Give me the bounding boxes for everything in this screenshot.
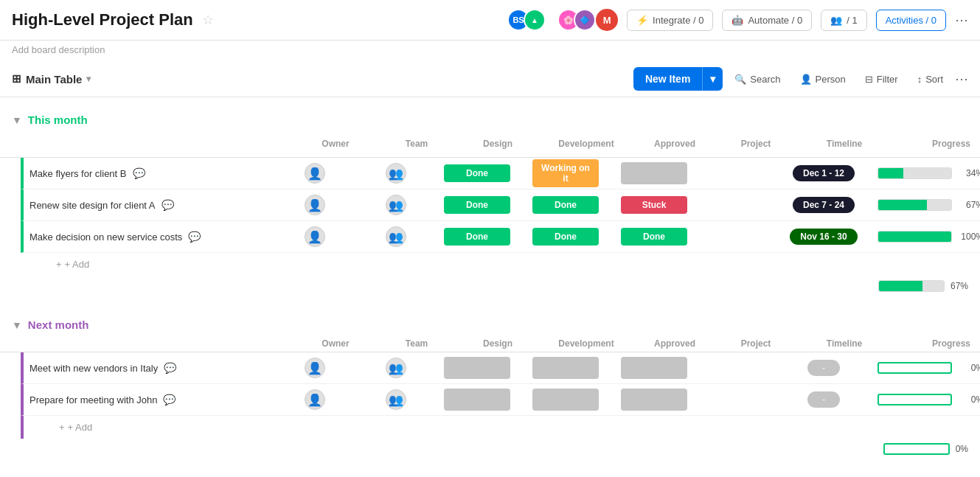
development-empty xyxy=(532,389,599,411)
filter-button[interactable]: ⊟ Filter xyxy=(858,69,906,89)
design-cell[interactable] xyxy=(437,352,518,383)
comment-icon[interactable]: 💬 xyxy=(161,199,174,211)
team-avatar[interactable]: 👥 xyxy=(386,195,406,215)
add-row-next-month[interactable]: + + Add xyxy=(21,416,980,439)
new-item-dropdown-icon[interactable]: ▾ xyxy=(702,67,723,91)
automate-label: Automate / 0 xyxy=(748,15,802,26)
approved-status: Done xyxy=(621,228,687,246)
activities-label: Activities / 0 xyxy=(886,15,936,26)
group-title-this-month: This month xyxy=(28,114,88,126)
team-avatar[interactable]: 👥 xyxy=(386,358,406,378)
progress-fill xyxy=(878,231,951,242)
development-cell[interactable]: Done xyxy=(518,221,614,252)
team-avatar[interactable]: 👥 xyxy=(386,389,406,410)
automate-button[interactable]: 🤖 Automate / 0 xyxy=(722,10,812,31)
main-table-button[interactable]: ⊞ Main Table ▾ xyxy=(12,72,91,86)
top-header: High-Level Project Plan ☆ BS ▲ 🌸 🔷 M ⚡ I… xyxy=(0,0,980,41)
development-cell[interactable] xyxy=(518,384,614,415)
approved-empty xyxy=(621,357,687,379)
row-name-text: Renew site design for client A xyxy=(29,200,156,211)
group-this-month-header: ▼ This month xyxy=(0,109,980,130)
owner-cell: 👤 xyxy=(274,352,355,383)
project-cell xyxy=(695,352,776,383)
col-progress-header: Progress xyxy=(892,139,980,149)
toolbar-more-icon[interactable]: ⋯ xyxy=(955,71,968,87)
row-name-text: Make flyers for client B xyxy=(29,168,127,179)
owner-avatar[interactable]: 👤 xyxy=(305,389,325,410)
col-project-header-2: Project xyxy=(715,338,796,349)
row-name: Make flyers for client B 💬 xyxy=(24,167,274,179)
more-options-icon[interactable]: ⋯ xyxy=(955,12,968,28)
add-label: + Add xyxy=(65,259,90,270)
design-cell[interactable]: Done xyxy=(437,189,518,220)
integrate-icon: ⚡ xyxy=(636,15,648,26)
row-name: Meet with new vendors in Italy 💬 xyxy=(24,362,274,374)
owner-avatar[interactable]: 👤 xyxy=(305,226,325,247)
approved-cell[interactable]: Stuck xyxy=(614,189,695,220)
search-icon: 🔍 xyxy=(734,74,746,85)
sort-icon: ↕ xyxy=(917,74,922,85)
col-development-header-2: Development xyxy=(538,338,634,349)
design-cell[interactable]: Done xyxy=(437,158,518,189)
comment-icon[interactable]: 💬 xyxy=(188,231,201,243)
progress-fill xyxy=(878,168,903,178)
group-toggle-next-month[interactable]: ▼ xyxy=(12,319,22,331)
group-toggle-this-month[interactable]: ▼ xyxy=(12,114,22,126)
approved-status: Stuck xyxy=(621,196,687,214)
progress-bar xyxy=(878,167,952,179)
person-button[interactable]: 👤 Person xyxy=(793,69,853,89)
progress-fill xyxy=(878,200,927,210)
chevron-down-icon: ▾ xyxy=(86,74,91,84)
design-status: Done xyxy=(444,196,510,214)
approved-cell[interactable] xyxy=(614,352,695,383)
activities-button[interactable]: Activities / 0 xyxy=(876,10,946,31)
progress-pct: 67% xyxy=(958,200,980,210)
members-button[interactable]: 👥 / 1 xyxy=(821,10,866,31)
development-cell[interactable]: Working on it xyxy=(518,158,614,189)
development-cell[interactable]: Done xyxy=(518,189,614,220)
table-row: Prepare for meeting with John 💬 👤 👥 - xyxy=(21,384,980,416)
comment-icon[interactable]: 💬 xyxy=(164,362,176,374)
group-next-month-header: ▼ Next month xyxy=(0,314,980,335)
design-cell[interactable] xyxy=(437,384,518,415)
progress-cell: 34% xyxy=(872,158,980,189)
owner-avatar[interactable]: 👤 xyxy=(305,195,325,215)
col-owner-header-2: Owner xyxy=(295,338,376,349)
sub-header: Add board description xyxy=(0,41,980,61)
row-name-text: Make decision on new service costs xyxy=(29,231,182,243)
toolbar: ⊞ Main Table ▾ New Item ▾ 🔍 Search 👤 Per… xyxy=(0,61,980,97)
new-item-button[interactable]: New Item ▾ xyxy=(633,67,723,91)
approved-cell[interactable] xyxy=(614,384,695,415)
table-row: Renew site design for client A 💬 👤 👥 Don… xyxy=(21,189,980,221)
col-timeline-header: Timeline xyxy=(796,139,892,149)
search-button[interactable]: 🔍 Search xyxy=(727,69,788,89)
col-design-header: Design xyxy=(457,139,538,149)
owner-avatar[interactable]: 👤 xyxy=(305,163,325,184)
col-development-header: Development xyxy=(538,139,634,149)
row-name-text: Meet with new vendors in Italy xyxy=(29,363,158,374)
board-description[interactable]: Add board description xyxy=(12,44,105,55)
design-cell[interactable]: Done xyxy=(437,221,518,252)
comment-icon[interactable]: 💬 xyxy=(163,394,176,405)
sort-button[interactable]: ↕ Sort xyxy=(910,69,951,89)
timeline-dash: - xyxy=(807,391,840,408)
development-cell[interactable] xyxy=(518,352,614,383)
comment-icon[interactable]: 💬 xyxy=(133,167,145,179)
team-avatar[interactable]: 👥 xyxy=(386,163,406,184)
team-avatar[interactable]: 👥 xyxy=(386,226,406,247)
summary-outline-bar xyxy=(883,443,950,455)
board-title: High-Level Project Plan xyxy=(12,10,193,29)
summary-row-this-month: 67% xyxy=(0,276,980,296)
col-approved-header: Approved xyxy=(634,139,715,149)
owner-avatar[interactable]: 👤 xyxy=(305,358,325,378)
approved-cell[interactable]: Done xyxy=(614,221,695,252)
sort-label: Sort xyxy=(925,74,943,85)
col-headers-this-month: Owner Team Design Development Approved P… xyxy=(0,130,980,158)
add-row-this-month[interactable]: + + Add xyxy=(21,253,980,276)
star-icon[interactable]: ☆ xyxy=(202,12,214,28)
approved-cell[interactable] xyxy=(614,158,695,189)
integrate-button[interactable]: ⚡ Integrate / 0 xyxy=(627,10,713,31)
person-label: Person xyxy=(816,74,846,85)
col-design-header-2: Design xyxy=(457,338,538,349)
col-project-header: Project xyxy=(715,139,796,149)
